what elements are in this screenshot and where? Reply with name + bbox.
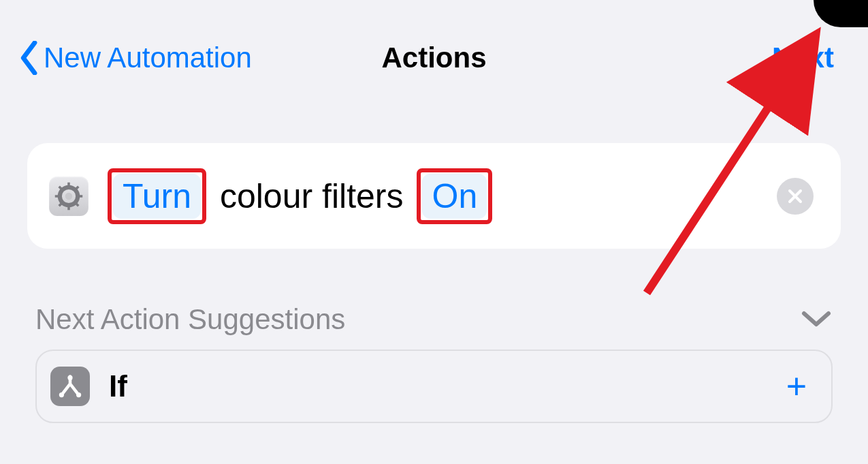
svg-point-12 [67,375,72,380]
suggestions-title: Next Action Suggestions [35,303,345,336]
action-static-text: colour filters [220,176,404,216]
svg-point-13 [59,392,64,397]
navigation-bar: New Automation Actions Next [0,0,868,82]
branch-icon [50,367,90,406]
page-title: Actions [381,42,486,74]
svg-rect-2 [67,206,70,210]
settings-app-icon [49,176,89,216]
annotation-highlight-box: Turn [108,168,206,224]
suggestion-label: If [109,369,767,403]
clear-action-button[interactable] [777,178,814,215]
svg-rect-4 [78,195,82,198]
suggestions-header: Next Action Suggestions [35,303,833,336]
close-icon [787,188,803,204]
svg-point-14 [76,392,81,397]
suggestion-row-if[interactable]: If + [35,350,833,423]
gear-icon [54,181,84,211]
action-text: Turn colour filters On [108,168,758,224]
chevron-down-icon[interactable] [800,309,833,330]
action-card[interactable]: Turn colour filters On [27,143,841,249]
next-button[interactable]: Next [772,42,834,74]
back-label: New Automation [44,42,252,74]
svg-rect-3 [55,195,59,198]
branch-glyph-icon [58,374,82,399]
annotation-highlight-box: On [417,168,492,224]
add-suggestion-button[interactable]: + [786,366,807,407]
action-token-on[interactable]: On [422,174,487,219]
chevron-left-icon [20,41,39,75]
back-button[interactable]: New Automation [20,41,252,75]
svg-rect-1 [67,182,70,186]
svg-point-9 [65,192,73,200]
action-token-turn[interactable]: Turn [113,174,201,219]
